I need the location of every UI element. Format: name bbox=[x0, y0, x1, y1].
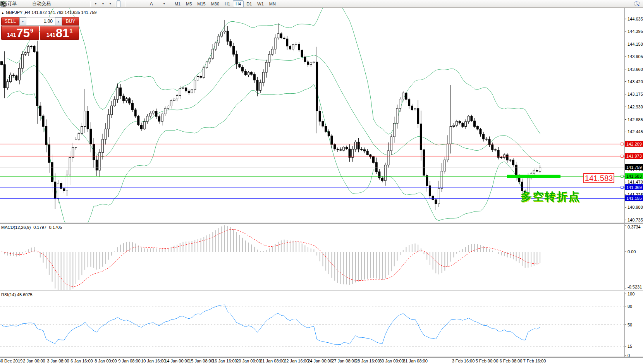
svg-text:80: 80 bbox=[628, 304, 632, 309]
svg-text:-0.5231: -0.5231 bbox=[628, 285, 642, 289]
rsi-label: RSI(14) 45.6075 bbox=[1, 292, 33, 297]
caret-down-icon: ▼ bbox=[101, 2, 105, 5]
svg-text:144.635: 144.635 bbox=[628, 17, 643, 21]
sell-price-big: 75 bbox=[17, 27, 30, 39]
zoom-out-button[interactable] bbox=[71, 0, 75, 7]
sell-price-display[interactable]: 141759 bbox=[1, 26, 39, 40]
toolbar: 新订单 自动交易 ▼ ▼ ▼ E F A T ▼ M1M5M1 bbox=[0, 0, 643, 8]
timeframe-H1[interactable]: H1 bbox=[222, 0, 233, 7]
text-button[interactable]: A bbox=[146, 0, 156, 7]
text-label-button[interactable]: T bbox=[156, 0, 160, 7]
autotrade-button[interactable]: 自动交易 bbox=[30, 0, 53, 7]
svg-text:144.395: 144.395 bbox=[628, 29, 643, 34]
time-axis-label: 21 Jan 08:00 bbox=[260, 359, 285, 363]
svg-text:140.980: 140.980 bbox=[628, 205, 643, 209]
time-axis-label: 5 Feb 00:00 bbox=[476, 359, 499, 363]
toolbar-separator bbox=[54, 1, 54, 7]
svg-text:0: 0 bbox=[628, 353, 630, 357]
community-icon[interactable] bbox=[22, 0, 26, 7]
caret-down-icon: ▼ bbox=[163, 2, 166, 5]
time-axis-label: 28 Jan 16:00 bbox=[355, 359, 380, 363]
buy-price-sup: 1 bbox=[70, 27, 73, 34]
time-axis-label: 20 Jan 00:00 bbox=[236, 359, 261, 363]
macd-panel[interactable]: 0.37340.00-0.5231 bbox=[0, 224, 643, 290]
buy-price-big: 81 bbox=[56, 27, 69, 39]
svg-text:141.973: 141.973 bbox=[626, 154, 642, 158]
autoscroll-button[interactable] bbox=[81, 0, 85, 7]
timeframe-MN[interactable]: MN bbox=[266, 0, 279, 7]
panel-divider[interactable] bbox=[0, 223, 643, 224]
one-click-toggle-icon[interactable]: ▲ bbox=[1, 11, 4, 15]
equidistant-channel-button[interactable]: E bbox=[139, 0, 143, 7]
time-axis-label: 7 Feb 16:00 bbox=[523, 359, 546, 363]
time-axis-label: 30 Dec 2019 bbox=[0, 359, 22, 363]
time-axis-label: 3 Jan 08:00 bbox=[47, 359, 69, 363]
timeframe-M5[interactable]: M5 bbox=[183, 0, 194, 7]
vertical-line-button[interactable] bbox=[127, 0, 131, 7]
svg-text:0.00: 0.00 bbox=[628, 249, 636, 254]
indicators-button[interactable]: ▼ bbox=[92, 0, 99, 7]
time-axis-label: 2 Jan 00:00 bbox=[23, 359, 45, 363]
svg-text:142.209: 142.209 bbox=[626, 142, 642, 146]
toolbar-separator bbox=[126, 1, 126, 7]
buy-button[interactable]: BUY bbox=[62, 17, 79, 26]
rsi-panel[interactable]: 1008050150 bbox=[0, 292, 643, 357]
zoom-in-button[interactable] bbox=[67, 0, 71, 7]
timeframe-M15[interactable]: M15 bbox=[194, 0, 208, 7]
svg-text:142.930: 142.930 bbox=[628, 105, 643, 109]
panel-divider[interactable] bbox=[0, 357, 643, 358]
periods-button[interactable]: ▼ bbox=[99, 0, 107, 7]
tile-windows-button[interactable] bbox=[75, 0, 79, 7]
timeframe-D1[interactable]: D1 bbox=[244, 0, 254, 7]
arrows-button[interactable]: ▼ bbox=[160, 0, 168, 7]
volume-decrease-button[interactable]: ▼ bbox=[19, 17, 26, 25]
svg-text:100: 100 bbox=[628, 292, 634, 296]
signals-icon[interactable] bbox=[26, 0, 30, 7]
timeframe-H4[interactable]: H4 bbox=[233, 0, 244, 7]
toolbar-right bbox=[634, 0, 641, 7]
sell-price-prefix: 141 bbox=[7, 32, 16, 38]
chart-candles-button[interactable] bbox=[59, 0, 63, 7]
fibonacci-button[interactable]: F bbox=[143, 0, 146, 7]
buy-price-prefix: 141 bbox=[46, 32, 55, 38]
time-axis-label: 27 Jan 08:00 bbox=[332, 359, 356, 363]
timeframe-M30[interactable]: M30 bbox=[208, 0, 222, 7]
time-axis-label: 30 Jan 00:00 bbox=[379, 359, 404, 363]
cursor-button[interactable] bbox=[117, 0, 120, 7]
time-axis-label: 8 Jan 00:00 bbox=[95, 359, 117, 363]
svg-text:143.175: 143.175 bbox=[628, 92, 643, 96]
chart-bars-button[interactable] bbox=[55, 0, 59, 7]
toolbar-separator bbox=[80, 1, 80, 7]
chart-window: ▲GBPJPY-,H4 141.672 141.763 141.635 141.… bbox=[0, 8, 643, 364]
timeframe-M1[interactable]: M1 bbox=[172, 0, 183, 7]
svg-text:0.3734: 0.3734 bbox=[628, 225, 641, 229]
gold-icon[interactable] bbox=[19, 0, 22, 7]
templates-button[interactable]: ▼ bbox=[107, 0, 114, 7]
svg-text:143.905: 143.905 bbox=[628, 54, 643, 59]
time-axis-label: 10 Jan 16:00 bbox=[141, 359, 166, 363]
price-level-annotation[interactable]: 141.583 bbox=[583, 173, 614, 183]
sell-button[interactable]: SELL bbox=[1, 17, 19, 26]
toolbar-separator bbox=[169, 1, 169, 7]
chat-button[interactable] bbox=[638, 0, 641, 7]
time-axis-label: 22 Jan 16:00 bbox=[284, 359, 309, 363]
time-axis-label: 3 Feb 16:00 bbox=[452, 359, 475, 363]
chart-shift-button[interactable] bbox=[85, 0, 89, 7]
turning-point-annotation[interactable]: 多空转折点 bbox=[521, 189, 581, 204]
timeframe-W1[interactable]: W1 bbox=[254, 0, 266, 7]
horizontal-line-button[interactable] bbox=[131, 0, 135, 7]
crosshair-button[interactable] bbox=[120, 0, 124, 7]
panel-divider[interactable] bbox=[0, 290, 643, 291]
time-axis[interactable]: 30 Dec 20192 Jan 00:003 Jan 08:006 Jan 1… bbox=[0, 357, 643, 364]
volume-input[interactable] bbox=[26, 17, 55, 25]
chart-line-button[interactable] bbox=[63, 0, 67, 7]
time-axis-label: 16 Jan 16:00 bbox=[212, 359, 237, 363]
timeframe-group: M1M5M15M30H1H4D1W1MN bbox=[172, 0, 279, 7]
trendline-button[interactable] bbox=[135, 0, 139, 7]
buy-price-display[interactable]: 141811 bbox=[40, 26, 79, 40]
volume-increase-button[interactable]: ▲ bbox=[55, 17, 62, 25]
time-axis-label: 31 Jan 08:00 bbox=[403, 359, 428, 363]
text-icon: A bbox=[148, 1, 155, 7]
caret-down-icon: ▼ bbox=[94, 2, 97, 5]
one-click-trading-panel: SELL ▼ ▲ BUY 141759 141811 bbox=[1, 17, 79, 40]
